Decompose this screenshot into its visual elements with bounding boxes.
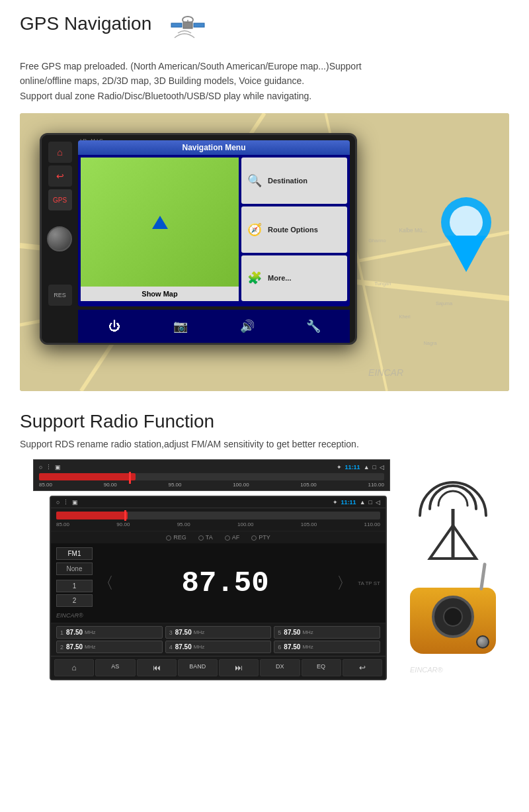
gps-location-pin [436, 193, 496, 285]
outer-freq-labels: 85.00 90.00 95.00 100.00 105.00 110.00 [34, 482, 389, 488]
freq-prev-button[interactable]: 〈 [98, 572, 114, 594]
destination-button[interactable]: 🔍 Destination [241, 158, 347, 204]
preset-row-1: 1 87.50 MHz 3 87.50 MHz 5 87.50 MHz [56, 626, 380, 639]
preset-freq-5: 87.50 [284, 629, 300, 636]
more-icon: 🧩 [245, 269, 264, 287]
ta-tp-st-labels: TA TP ST [358, 580, 380, 586]
inner-circle-icon: ○ [56, 499, 60, 506]
route-options-label: Route Options [268, 226, 318, 234]
nav-map-inner [81, 158, 239, 287]
destination-icon: 🔍 [245, 171, 264, 190]
af-mode: AF [225, 534, 240, 541]
preset-num-4: 4 [169, 644, 173, 651]
inner-screen-icon: ▣ [72, 499, 78, 506]
gps-image-area: Kalbe Mü... Tungan Kheri Sajuma Nagra Gh… [20, 113, 509, 391]
main-radio-display: FM1 None 1 2 EINCAR® 〈 87.50 〉 [51, 543, 386, 623]
radio-speaker [432, 596, 474, 638]
bluetooth-icon: ✦ [337, 464, 342, 471]
radio-image-area: ○ ⋮ ▣ ✦ 11:11 ▲ □ ◁ 85.00 [20, 459, 509, 744]
preset-cell-5: 5 87.50 MHz [274, 626, 380, 639]
inner-freq-110: 110.00 [364, 521, 380, 527]
preset-cell-3: 3 87.50 MHz [165, 626, 272, 639]
svg-text:Ghanno: Ghanno [368, 238, 386, 244]
svg-rect-1 [171, 23, 182, 27]
preset-num-3: 3 [169, 629, 173, 636]
eincar-watermark-gps: EINCAR [368, 367, 403, 378]
gps-button[interactable]: GPS [48, 189, 72, 210]
settings-icon[interactable]: 🔧 [302, 314, 325, 338]
as-button[interactable]: AS [95, 659, 135, 676]
stereo-bottom-bar: ⏻ 📷 🔊 🔧 [78, 310, 350, 343]
gps-header: GPS Navigation [20, 13, 509, 52]
return-button[interactable]: ↩ [343, 659, 382, 676]
dots-icon: ⋮ [46, 464, 52, 471]
preset-1-button[interactable]: 1 [56, 580, 93, 592]
show-map-button[interactable]: Show Map [81, 287, 239, 301]
svg-text:Kalbe Mü...: Kalbe Mü... [399, 227, 427, 234]
volume-knob[interactable] [47, 226, 72, 251]
destination-label: Destination [268, 177, 307, 185]
preset-cell-4: 4 87.50 MHz [165, 641, 272, 653]
preset-row-2: 2 87.50 MHz 4 87.50 MHz 6 87.50 MHz [56, 641, 380, 653]
circle-icon: ○ [39, 464, 42, 471]
upload-icon: ▲ [364, 464, 370, 471]
fm-band-label: FM1 [56, 547, 93, 560]
svg-marker-18 [446, 236, 486, 272]
outer-freq-bar [39, 473, 384, 480]
inner-time-display: 11:11 [341, 499, 356, 506]
freq-label-85: 85.00 [39, 482, 52, 488]
res-button[interactable]: RES [48, 285, 72, 306]
svg-text:Nagra: Nagra [424, 340, 438, 346]
dx-button[interactable]: DX [260, 659, 300, 676]
stereo-sidebar: ⌂ ↩ GPS RES [42, 135, 78, 343]
preset-num-6: 6 [278, 644, 281, 651]
preset-cell-2: 2 87.50 MHz [56, 641, 163, 653]
nav-arrow-icon [152, 216, 168, 229]
route-options-button[interactable]: 🧭 Route Options [241, 206, 347, 253]
radio-body [410, 588, 496, 654]
preset-mhz-3: MHz [194, 629, 204, 635]
preset-2-button[interactable]: 2 [56, 594, 93, 607]
route-icon: 🧭 [245, 220, 264, 239]
preset-cell-6: 6 87.50 MHz [274, 641, 380, 653]
inner-freq-labels: 85.00 90.00 95.00 100.00 105.00 110.00 [56, 521, 380, 527]
freq-label-100: 100.00 [233, 482, 249, 488]
preset-freq-3: 87.50 [175, 629, 192, 636]
home-ctrl-button[interactable]: ⌂ [54, 659, 94, 676]
media-icon[interactable]: 📷 [169, 314, 192, 338]
more-button[interactable]: 🧩 More... [241, 255, 347, 302]
frequency-value: 87.50 [182, 568, 269, 598]
inner-back-icon: ◁ [376, 499, 380, 506]
radio-controls-bar: ⌂ AS ⏮ BAND ⏭ DX EQ ↩ [51, 656, 386, 679]
next-button[interactable]: ⏭ [219, 659, 259, 676]
nav-menu-content: Show Map 🔍 Destination 🧭 Route Options [78, 155, 350, 304]
inner-freq-indicator [124, 510, 126, 521]
outer-freq-indicator [129, 472, 131, 484]
car-stereo-device: IR MIC ⌂ ↩ GPS RES Navigation Menu [40, 133, 357, 345]
preset-mhz-1: MHz [85, 629, 95, 635]
audio-icon[interactable]: 🔊 [235, 314, 259, 338]
svg-rect-2 [194, 23, 204, 27]
preset-num-1: 1 [60, 629, 63, 636]
outer-freq-fill [39, 473, 136, 480]
radio-mode-row: REG TA AF PTY [51, 531, 386, 543]
inner-freq-100: 100.00 [237, 521, 253, 527]
back-button[interactable]: ↩ [48, 165, 72, 187]
svg-text:Kheri: Kheri [399, 314, 411, 320]
eq-button[interactable]: EQ [302, 659, 341, 676]
inner-dots-icon: ⋮ [63, 499, 69, 506]
power-icon[interactable]: ⏻ [102, 314, 126, 338]
screen-icon: ▣ [55, 464, 61, 471]
more-label: More... [268, 274, 291, 282]
home-button[interactable]: ⌂ [48, 142, 72, 163]
eincar-watermark-radio: EINCAR® [410, 666, 443, 674]
preset-cell-1: 1 87.50 MHz [56, 626, 163, 639]
prev-button[interactable]: ⏮ [137, 659, 177, 676]
radio-tuner-knob [476, 635, 489, 649]
inner-bt-icon: ✦ [333, 499, 338, 506]
gps-section: GPS Navigation Free GPS map preloaded. (… [0, 0, 529, 398]
freq-next-button[interactable]: 〉 [337, 572, 352, 594]
preset-num-5: 5 [278, 629, 281, 636]
frequency-display: 87.50 [182, 568, 269, 598]
band-button[interactable]: BAND [178, 659, 218, 676]
